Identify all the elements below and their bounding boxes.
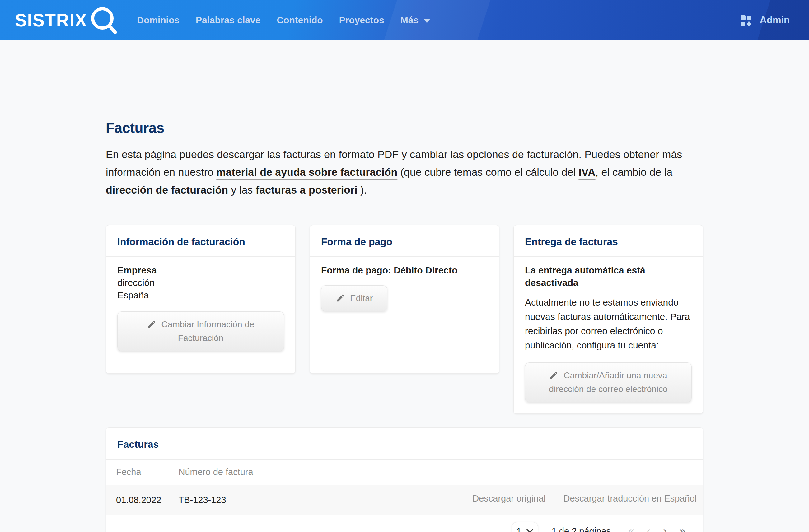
pagination-info: 1 de 2 páginas — [552, 526, 611, 532]
column-header-numero: Número de factura — [168, 460, 442, 485]
payment-method-card: Forma de pago Forma de pago: Débito Dire… — [310, 225, 499, 374]
sistrix-logo[interactable]: SISTRIX — [15, 5, 118, 36]
nav-item-dominios[interactable]: Dominios — [137, 15, 179, 25]
next-page-button[interactable]: › — [657, 526, 673, 532]
main-navigation: Dominios Palabras clave Contenido Proyec… — [137, 15, 430, 25]
card-header: Entrega de facturas — [514, 225, 703, 257]
pagination-bar: 1 1 de 2 páginas « ‹ › » — [106, 515, 703, 532]
delivery-status: La entrega automática está desactivada — [525, 264, 692, 289]
change-billing-info-button[interactable]: Cambiar Información de Facturación — [117, 311, 284, 351]
button-label: Cambiar Información de Facturación — [161, 320, 255, 343]
link-iva[interactable]: IVA — [579, 166, 595, 178]
pencil-icon — [549, 371, 558, 380]
delivery-description: Actualmente no te estamos enviando nueva… — [525, 295, 692, 353]
intro-text: y las — [228, 184, 256, 196]
button-label: Cambiar/Añadir una nueva dirección de co… — [549, 371, 668, 394]
nav-item-label: Más — [400, 15, 418, 25]
last-page-button[interactable]: » — [673, 526, 692, 532]
magnifier-icon — [91, 6, 118, 36]
chevron-down-icon — [424, 19, 430, 23]
settings-cards-row: Información de facturación Empresa direc… — [106, 225, 703, 414]
nav-item-label: Contenido — [277, 15, 323, 25]
nav-item-label: Palabras clave — [196, 15, 261, 25]
nav-item-contenido[interactable]: Contenido — [277, 15, 323, 25]
admin-label: Admin — [760, 15, 790, 26]
nav-item-mas[interactable]: Más — [400, 15, 430, 25]
column-header-empty — [442, 460, 555, 485]
page-select-dropdown[interactable]: 1 — [512, 522, 538, 532]
invoice-row: 01.08.2022 TB-123-123 Descargar original… — [106, 485, 703, 515]
invoices-card: Facturas Fecha Número de factura 01.08.2… — [106, 427, 703, 532]
download-original-link[interactable]: Descargar original — [472, 494, 546, 507]
payment-method-value: Forma de pago: Débito Directo — [321, 264, 488, 277]
invoices-table: Fecha Número de factura 01.08.2022 TB-12… — [106, 459, 703, 515]
link-billing-address[interactable]: dirección de facturación — [106, 184, 228, 196]
sistrix-logo-text: SISTRIX — [15, 12, 87, 29]
button-label: Editar — [350, 293, 373, 303]
billing-company: Empresa — [117, 264, 284, 277]
card-header: Información de facturación — [106, 225, 295, 257]
intro-text: , el cambio de la — [596, 166, 673, 178]
invoice-date: 01.08.2022 — [106, 485, 168, 515]
first-page-button[interactable]: « — [622, 526, 641, 532]
column-header-empty — [555, 460, 703, 485]
intro-text: (que cubre temas como el cálculo del — [397, 166, 579, 178]
nav-item-palabras-clave[interactable]: Palabras clave — [196, 15, 261, 25]
invoice-delivery-title: Entrega de facturas — [525, 235, 692, 248]
card-header: Forma de pago — [310, 225, 499, 257]
card-body: Empresa dirección España Cambiar Informa… — [106, 257, 295, 362]
admin-grid-icon — [741, 15, 752, 26]
link-billing-help[interactable]: material de ayuda sobre facturación — [216, 166, 397, 178]
billing-address: dirección — [117, 277, 284, 289]
nav-item-proyectos[interactable]: Proyectos — [339, 15, 384, 25]
chevron-down-icon — [527, 529, 533, 532]
pencil-icon — [147, 320, 156, 329]
page-select-value: 1 — [517, 526, 521, 532]
nav-item-label: Proyectos — [339, 15, 384, 25]
pencil-icon — [336, 293, 345, 303]
nav-item-label: Dominios — [137, 15, 179, 25]
edit-payment-method-button[interactable]: Editar — [321, 285, 388, 311]
invoice-number: TB-123-123 — [168, 485, 442, 515]
top-navigation-bar: SISTRIX Dominios Palabras clave Contenid… — [0, 0, 809, 40]
billing-country: España — [117, 289, 284, 302]
admin-menu-button[interactable]: Admin — [741, 15, 790, 26]
invoices-card-header: Facturas — [106, 428, 703, 459]
download-translation-link[interactable]: Descargar traducción en Español — [564, 494, 697, 507]
link-invoices-posteriori[interactable]: facturas a posteriori — [256, 184, 358, 196]
billing-info-title: Información de facturación — [117, 235, 284, 248]
main-content: Facturas En esta página puedes descargar… — [106, 119, 703, 532]
invoices-title: Facturas — [117, 438, 692, 451]
previous-page-button[interactable]: ‹ — [641, 526, 657, 532]
page-title: Facturas — [106, 119, 703, 136]
card-body: Forma de pago: Débito Directo Editar — [310, 257, 499, 323]
payment-method-title: Forma de pago — [321, 235, 488, 248]
billing-info-card: Información de facturación Empresa direc… — [106, 225, 296, 374]
invoices-header-row: Fecha Número de factura — [106, 460, 703, 485]
card-body: La entrega automática está desactivada A… — [514, 257, 703, 413]
intro-paragraph: En esta página puedes descargar las fact… — [106, 145, 703, 199]
invoice-delivery-card: Entrega de facturas La entrega automátic… — [513, 225, 703, 414]
change-email-button[interactable]: Cambiar/Añadir una nueva dirección de co… — [525, 362, 692, 402]
column-header-fecha: Fecha — [106, 460, 168, 485]
intro-text: ). — [358, 184, 367, 196]
